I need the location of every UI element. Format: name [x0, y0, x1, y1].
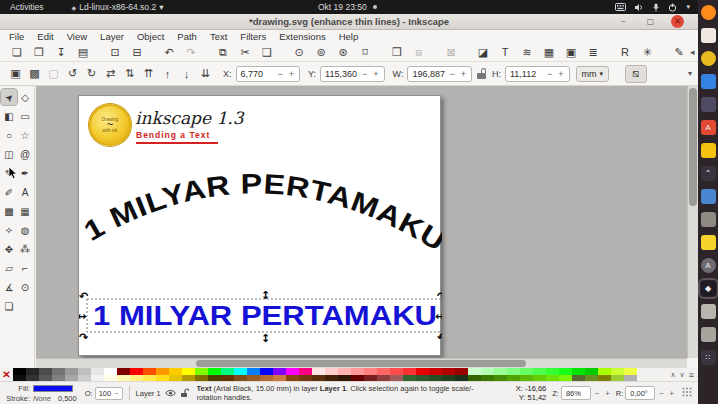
arc-text[interactable]: 1 MILYAR PERTAMAKU [79, 168, 442, 257]
minimize-button[interactable]: − [617, 15, 630, 28]
menu-item[interactable]: View [67, 31, 87, 42]
cut-icon[interactable]: ✂ [234, 44, 256, 60]
stroke-value[interactable]: None [33, 394, 51, 403]
raise-to-top-icon[interactable]: ⇈ [139, 65, 158, 82]
mesh-tool[interactable]: ▦ [17, 203, 33, 219]
print-icon[interactable]: ▤ [72, 44, 94, 60]
x-field[interactable]: 6,770 − + [236, 66, 301, 82]
layer-name[interactable]: Layer 1 [136, 389, 161, 398]
embed-images-icon[interactable]: ⊡ [104, 44, 126, 60]
zoom-field[interactable]: 86% [561, 386, 591, 400]
spray-tool[interactable]: ⁂ [17, 241, 33, 257]
rotate-handle-br-icon[interactable]: ↶ [437, 331, 442, 344]
star-tool[interactable]: ☆ [17, 127, 33, 143]
redo-icon[interactable]: ↷ [180, 44, 202, 60]
clock[interactable]: Okt 19 23:50 [318, 0, 377, 14]
skew-handle-right-icon[interactable]: ↔ [435, 310, 442, 323]
gradient-tool[interactable]: ▩ [1, 203, 17, 219]
h-increment-button[interactable]: + [555, 69, 566, 79]
rotate-handle-tr-icon[interactable]: ↷ [437, 290, 442, 303]
x-decrement-button[interactable]: − [275, 69, 286, 79]
new-document-icon[interactable]: ❏ [6, 44, 28, 60]
dock-tools-icon[interactable] [701, 212, 716, 227]
horizontal-scrollbar[interactable] [36, 358, 687, 368]
dock-app-grid-icon[interactable]: ∷ [701, 350, 716, 365]
dock-libreoffice-icon[interactable] [701, 189, 716, 204]
raise-icon[interactable]: ↑ [158, 65, 177, 82]
text-dialog-icon[interactable]: T [494, 44, 516, 60]
fill-color-swatch[interactable] [33, 385, 73, 392]
dock-badge-icon[interactable] [701, 51, 716, 66]
zoom-increment-button[interactable]: + [603, 389, 611, 398]
dock-gimp-icon[interactable] [701, 97, 716, 112]
zoom-selection-icon[interactable]: ⊙ [288, 44, 310, 60]
layer-unlock-icon[interactable] [180, 388, 189, 398]
copy-icon[interactable]: ⧉ [212, 44, 234, 60]
dock-files-icon[interactable] [701, 28, 716, 43]
dropper-tool[interactable]: ✧ [1, 222, 17, 238]
layer-visibility-eye-icon[interactable] [165, 389, 176, 397]
canvas[interactable]: Drawing 〜 with ink inkscape 1.3 Bending … [36, 86, 687, 358]
h-decrement-button[interactable]: − [544, 69, 555, 79]
toolbar-collapse-icon[interactable]: ◂ [690, 47, 695, 57]
window-title-bar[interactable]: *drawing.svg (enhance thin lines) - Inks… [0, 14, 698, 30]
no-color-swatch[interactable]: ✕ [0, 368, 13, 381]
paste-icon[interactable]: ❑ [256, 44, 278, 60]
dock-appcenter-icon[interactable]: A [701, 120, 716, 135]
text-tool[interactable]: A [17, 184, 33, 200]
menu-item[interactable]: Object [137, 31, 164, 42]
spiral-tool[interactable]: @ [17, 146, 33, 162]
pen-settings-icon[interactable]: ✎ [668, 44, 690, 60]
unlink-clone-icon[interactable]: ⊠ [440, 44, 462, 60]
vertical-scrollbar[interactable] [687, 86, 698, 358]
pages-tool[interactable]: ❏ [1, 298, 17, 314]
selection-frame-icon[interactable]: ⌑ [354, 44, 376, 60]
menu-item[interactable]: Edit [37, 31, 53, 42]
dock-notes-icon[interactable] [701, 143, 716, 158]
menu-item[interactable]: Path [177, 31, 197, 42]
dock-window-icon-2[interactable] [701, 327, 716, 342]
deselect-icon[interactable]: ▢ [44, 65, 63, 82]
box-3d-tool[interactable]: ◫ [1, 146, 17, 162]
h-field[interactable]: 11,112 − + [505, 66, 570, 82]
pen-tool[interactable]: ✐ [1, 184, 17, 200]
tool-controls-overflow-icon[interactable]: ▾ [688, 69, 692, 78]
dock-updates-icon[interactable]: ⌃ [701, 166, 716, 181]
menu-item[interactable]: Text [210, 31, 227, 42]
find-replace-icon[interactable]: R [614, 44, 636, 60]
tweak-tool[interactable]: ✥ [1, 241, 17, 257]
maximize-button[interactable]: ▢ [644, 15, 657, 28]
app-menu[interactable]: ◆ Ld-linux-x86-64.so.2 ▾ [72, 2, 164, 12]
y-decrement-button[interactable]: − [359, 69, 370, 79]
horizontal-scrollbar-thumb[interactable] [196, 360, 526, 367]
zoom-drawing-icon[interactable]: ⊚ [310, 44, 332, 60]
w-decrement-button[interactable]: − [446, 69, 457, 79]
export-icon[interactable]: ⊟ [126, 44, 148, 60]
select-all-icon[interactable]: ▣ [6, 65, 25, 82]
opacity-field[interactable]: 100 − [95, 387, 123, 400]
skew-handle-left-icon[interactable]: ↔ [79, 310, 86, 323]
zoom-tool[interactable]: ⊙ [17, 279, 33, 295]
measure-tool[interactable]: ∡ [1, 279, 17, 295]
palette-scroll-down-icon[interactable]: ∨ [680, 371, 685, 379]
document-page[interactable]: Drawing 〜 with ink inkscape 1.3 Bending … [78, 95, 441, 356]
undo-icon[interactable]: ↶ [158, 44, 180, 60]
close-button[interactable]: ✕ [671, 15, 684, 28]
dock-circle-a-icon[interactable]: A [701, 258, 716, 273]
zoom-decrement-button[interactable]: − [593, 389, 601, 398]
rotation-decrement-button[interactable]: − [657, 389, 665, 398]
dock-firefox-icon[interactable] [701, 5, 716, 20]
lock-ratio-icon[interactable] [477, 68, 487, 79]
dock-inkscape-active-icon[interactable]: ◆ [701, 281, 716, 296]
w-field[interactable]: 196,887 − + [407, 66, 472, 82]
resize-grip-icon[interactable] [682, 387, 692, 399]
swatches-dialog-icon[interactable]: ▦ [538, 44, 560, 60]
duplicate-icon[interactable]: ❒ [386, 44, 408, 60]
paint-bucket-tool[interactable]: ◍ [17, 222, 33, 238]
scale-stroke-toggle[interactable]: ⧅ [625, 65, 647, 83]
layers-dialog-icon[interactable]: ≣ [582, 44, 604, 60]
ellipse-tool[interactable]: ○ [1, 127, 17, 143]
x-increment-button[interactable]: + [286, 69, 297, 79]
select-all-layers-icon[interactable]: ▩ [25, 65, 44, 82]
rotation-increment-button[interactable]: + [668, 389, 676, 398]
